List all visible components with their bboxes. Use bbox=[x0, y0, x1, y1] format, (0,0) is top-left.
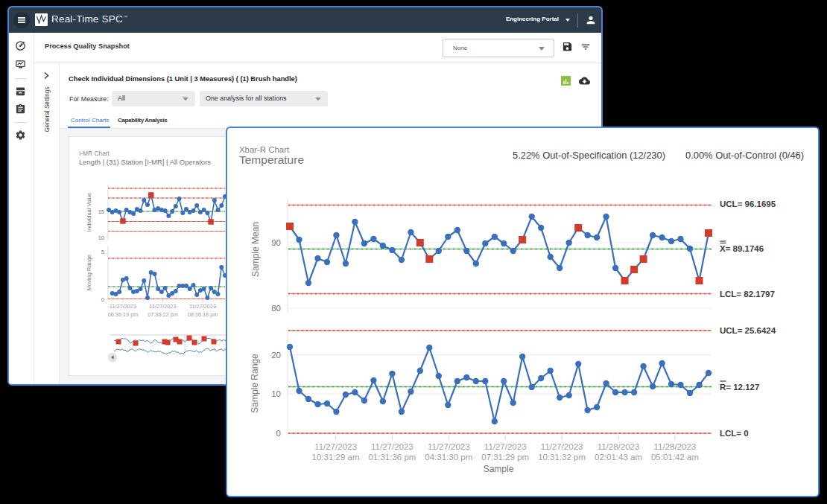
svg-text:11/27/2023: 11/27/2023 bbox=[428, 442, 470, 451]
svg-text:04:31:30 pm: 04:31:30 pm bbox=[425, 453, 472, 462]
svg-text:10:31:29 am: 10:31:29 am bbox=[312, 453, 360, 462]
svg-text:08:36:18 pm: 08:36:18 pm bbox=[188, 311, 218, 318]
svg-text:LCL= 82.1797: LCL= 82.1797 bbox=[720, 290, 775, 299]
svg-text:80: 80 bbox=[271, 304, 281, 313]
svg-text:20: 20 bbox=[271, 351, 281, 360]
svg-text:10: 10 bbox=[271, 389, 281, 398]
svg-text:X= 89.1746: X= 89.1746 bbox=[720, 244, 764, 253]
svg-text:0: 0 bbox=[101, 296, 104, 303]
svg-text:01:31:36 pm: 01:31:36 pm bbox=[368, 453, 416, 462]
svg-text:LCL= 0: LCL= 0 bbox=[720, 429, 749, 438]
svg-text:10:31:32 pm: 10:31:32 pm bbox=[538, 453, 586, 462]
svg-text:R= 12.127: R= 12.127 bbox=[720, 383, 759, 392]
svg-text:11/28/2023: 11/28/2023 bbox=[598, 442, 640, 451]
svg-text:07:36:22 pm: 07:36:22 pm bbox=[148, 311, 178, 318]
svg-text:10: 10 bbox=[98, 235, 104, 241]
svg-text:Individual Value: Individual Value bbox=[86, 193, 92, 232]
svg-text:05:01:42 am: 05:01:42 am bbox=[651, 453, 699, 462]
svg-text:11/27/2023: 11/27/2023 bbox=[484, 442, 527, 451]
svg-text:0: 0 bbox=[276, 429, 281, 438]
svg-text:UCL= 96.1695: UCL= 96.1695 bbox=[720, 200, 776, 208]
svg-text:Sample Range: Sample Range bbox=[250, 354, 260, 413]
svg-text:5: 5 bbox=[101, 249, 104, 255]
svg-text:11/28/2023: 11/28/2023 bbox=[654, 442, 697, 451]
svg-text:11/27/2023: 11/27/2023 bbox=[371, 442, 414, 451]
svg-text:11/27/2023: 11/27/2023 bbox=[314, 442, 357, 451]
svg-text:02:01:43 am: 02:01:43 am bbox=[595, 453, 642, 462]
svg-text:15: 15 bbox=[98, 208, 104, 215]
svg-text:11/27/2023: 11/27/2023 bbox=[541, 442, 583, 451]
svg-text:UCL= 25.6424: UCL= 25.6424 bbox=[720, 326, 776, 335]
svg-text:11/27/2023: 11/27/2023 bbox=[150, 303, 177, 310]
svg-text:06:36:19 pm: 06:36:19 pm bbox=[108, 311, 139, 318]
svg-text:Moving Range: Moving Range bbox=[86, 255, 92, 290]
svg-text:11/27/2023: 11/27/2023 bbox=[189, 303, 216, 310]
svg-text:90: 90 bbox=[271, 238, 281, 247]
svg-text:07:31:29 pm: 07:31:29 pm bbox=[481, 453, 529, 462]
svg-text:Sample: Sample bbox=[484, 464, 514, 474]
svg-text:Sample Mean: Sample Mean bbox=[250, 222, 261, 277]
svg-text:11/27/2023: 11/27/2023 bbox=[110, 303, 136, 310]
